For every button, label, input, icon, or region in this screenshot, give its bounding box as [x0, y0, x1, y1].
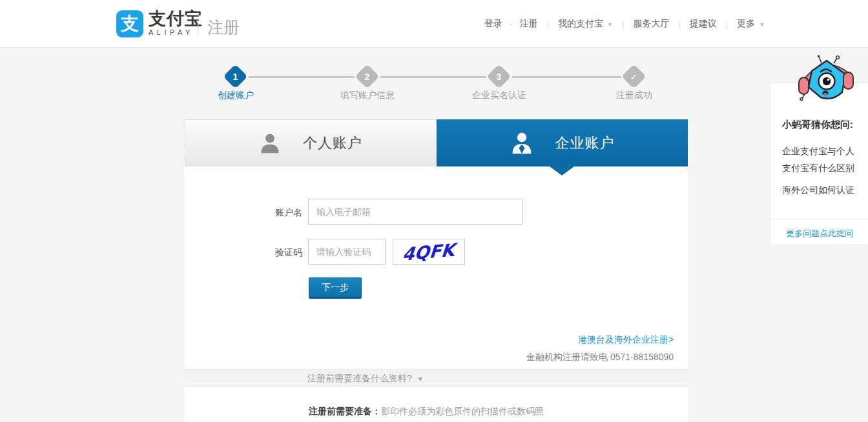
header-divider	[198, 12, 198, 36]
nav-more[interactable]: 更多 ▼	[737, 18, 765, 30]
prep-note-label: 注册前需要准备：	[309, 406, 381, 416]
brand-name: 支付宝	[149, 10, 203, 28]
step-4-check-icon: ✓	[621, 64, 646, 88]
assistant-question-2[interactable]: 海外公司如何认证	[782, 181, 866, 198]
step-connector	[512, 76, 621, 78]
account-email-input[interactable]	[308, 199, 522, 225]
next-step-button[interactable]: 下一步	[309, 277, 362, 299]
nav-separator: -	[510, 19, 513, 29]
brand-latin: ALIPAY	[149, 28, 203, 36]
mascot-robot-icon	[797, 54, 856, 106]
person-icon	[259, 132, 281, 154]
alipay-logo-icon[interactable]: 支	[116, 10, 143, 37]
nav-separator: |	[547, 19, 549, 29]
step-3-marker: 3	[486, 64, 511, 88]
step-4-label: 注册成功	[616, 90, 652, 101]
nav-login[interactable]: 登录	[484, 18, 502, 30]
nav-register[interactable]: 注册	[520, 18, 538, 30]
captcha-code-text: 4QFK	[402, 239, 456, 264]
register-panel: 个人账户 企业账户 账户名 验证码 4QFK 下一步 港澳台及海外企业注册> 金…	[185, 119, 688, 422]
logo-glyph: 支	[121, 12, 139, 36]
finance-hotline-text: 金融机构注册请致电 0571-88158090	[526, 352, 674, 363]
overseas-register-link[interactable]: 港澳台及海外企业注册>	[578, 334, 674, 346]
account-name-label: 账户名	[275, 207, 302, 219]
step-2-label: 填写账户信息	[340, 90, 395, 101]
chevron-down-icon: ▼	[759, 21, 765, 28]
page-title: 注册	[207, 17, 240, 38]
captcha-image[interactable]: 4QFK	[393, 239, 465, 265]
assistant-divider	[770, 219, 868, 219]
prep-note-text: 影印件必须为彩色原件的扫描件或数码照	[381, 406, 544, 416]
chevron-down-icon: ▼	[417, 376, 424, 383]
chevron-down-icon: ▼	[607, 21, 613, 28]
step-1-label: 创建账户	[218, 90, 254, 101]
step-connector	[249, 76, 355, 78]
top-nav: 登录 - 注册 | 我的支付宝 ▼ | 服务大厅 | 提建议 | 更多 ▼	[484, 0, 765, 48]
nav-my-alipay[interactable]: 我的支付宝 ▼	[558, 18, 613, 30]
tab-personal-label: 个人账户	[303, 134, 362, 153]
assistant-question-1[interactable]: 企业支付宝与个人支付宝有什么区别	[782, 143, 861, 176]
nav-separator: |	[622, 19, 624, 29]
accordion-question: 注册前需要准备什么资料?▼	[307, 373, 424, 385]
prep-note: 注册前需要准备：影印件必须为彩色原件的扫描件或数码照	[309, 406, 544, 417]
business-person-icon	[510, 132, 533, 155]
brand-block: 支付宝 ALIPAY	[149, 10, 203, 36]
nav-separator: |	[726, 19, 728, 29]
header: 支 支付宝 ALIPAY 注册 登录 - 注册 | 我的支付宝 ▼ | 服务大厅…	[0, 0, 868, 48]
active-tab-pointer	[550, 166, 574, 176]
tab-enterprise-label: 企业账户	[555, 134, 615, 153]
step-connector	[380, 76, 486, 78]
assistant-more-link[interactable]: 更多问题点此提问	[770, 228, 868, 239]
alipay-register-page: 支 支付宝 ALIPAY 注册 登录 - 注册 | 我的支付宝 ▼ | 服务大厅…	[0, 0, 868, 422]
step-1-marker: 1	[223, 64, 247, 88]
registration-stepper: 1 2 3 ✓ 创建账户 填写账户信息 企业实名认证 注册成功	[185, 61, 688, 106]
nav-feedback[interactable]: 提建议	[690, 18, 717, 30]
tab-personal-account[interactable]: 个人账户	[185, 119, 437, 166]
tab-enterprise-account[interactable]: 企业账户	[437, 119, 688, 166]
captcha-input[interactable]	[308, 239, 386, 265]
assistant-title: 小蚂哥猜你想问:	[782, 119, 853, 131]
nav-separator: |	[678, 19, 680, 29]
assistant-card: 小蚂哥猜你想问: 企业支付宝与个人支付宝有什么区别 海外公司如何认证 更多问题点…	[770, 83, 868, 245]
prep-materials-accordion[interactable]: 注册前需要准备什么资料?▼	[185, 369, 688, 387]
nav-service-hall[interactable]: 服务大厅	[633, 18, 669, 30]
step-2-marker: 2	[355, 64, 379, 88]
step-3-label: 企业实名认证	[472, 90, 526, 101]
captcha-label: 验证码	[275, 247, 302, 259]
